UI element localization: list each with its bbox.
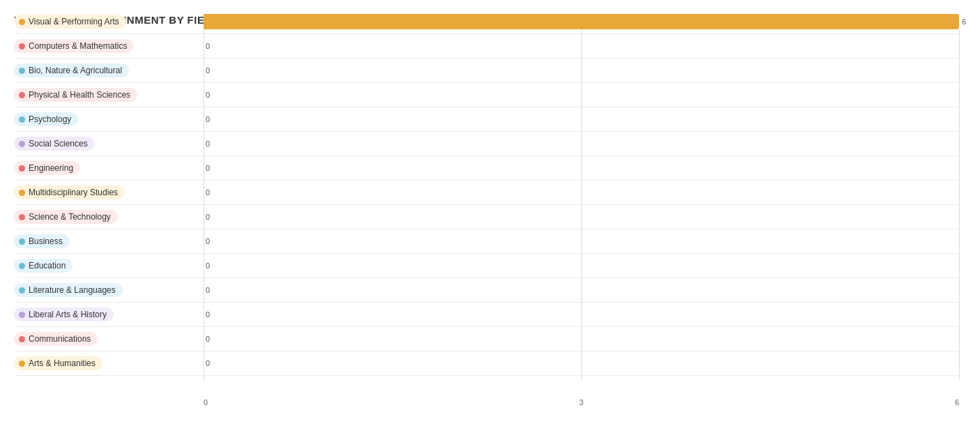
- bar-value-label: 0: [206, 310, 210, 319]
- label-pill: Communications: [14, 332, 98, 346]
- bar-section: 0: [204, 303, 959, 326]
- label-area: Business: [14, 229, 204, 253]
- bar-section: 0: [204, 34, 959, 58]
- label-area: Visual & Performing Arts: [14, 10, 204, 33]
- bar-row: Psychology0: [14, 107, 959, 132]
- bar-value-label: 0: [206, 139, 210, 148]
- x-axis-label: 3: [579, 398, 583, 407]
- label-area: Computers & Mathematics: [14, 34, 204, 58]
- bar-row: Science & Technology0: [14, 205, 959, 229]
- label-area: Bio, Nature & Agricultural: [14, 59, 204, 82]
- label-area: Liberal Arts & History: [14, 303, 204, 326]
- bar-fill: [204, 14, 959, 29]
- bar-value-label: 6: [962, 17, 966, 26]
- label-pill: Liberal Arts & History: [14, 308, 114, 321]
- bar-section: 0: [204, 107, 959, 131]
- bar-value-label: 0: [206, 164, 210, 172]
- bar-section: 0: [204, 181, 959, 204]
- label-area: Communications: [14, 327, 204, 351]
- label-area: Physical & Health Sciences: [14, 83, 204, 107]
- bar-section: 0: [204, 327, 959, 351]
- bar-section: 0: [204, 278, 959, 302]
- label-area: Social Sciences: [14, 132, 204, 155]
- label-text: Bio, Nature & Agricultural: [29, 66, 122, 75]
- bar-value-label: 0: [206, 335, 210, 343]
- label-dot: [19, 141, 25, 147]
- bar-row: Liberal Arts & History0: [14, 303, 959, 327]
- label-area: Education: [14, 254, 204, 278]
- label-pill: Psychology: [14, 112, 78, 126]
- bar-section: 0: [204, 254, 959, 278]
- label-text: Liberal Arts & History: [29, 310, 107, 319]
- label-text: Engineering: [29, 163, 73, 173]
- bar-section: 0: [204, 351, 959, 375]
- x-axis: 036: [14, 398, 959, 407]
- bar-row: Computers & Mathematics0: [14, 34, 959, 59]
- label-dot: [19, 214, 25, 220]
- label-pill: Literature & Languages: [14, 283, 123, 297]
- chart-container: EDUCATIONAL ATTAINMENT BY FIELD OF STUDY…: [0, 0, 980, 440]
- label-dot: [19, 263, 25, 269]
- bar-row: Literature & Languages0: [14, 278, 959, 303]
- bar-value-label: 0: [206, 261, 210, 270]
- label-pill: Arts & Humanities: [14, 356, 102, 370]
- label-text: Visual & Performing Arts: [29, 17, 119, 26]
- label-text: Science & Technology: [29, 212, 111, 222]
- bar-section: 0: [204, 156, 959, 180]
- label-pill: Engineering: [14, 161, 80, 175]
- label-pill: Science & Technology: [14, 210, 118, 224]
- bar-row: Bio, Nature & Agricultural0: [14, 59, 959, 83]
- label-text: Arts & Humanities: [29, 358, 95, 368]
- label-dot: [19, 116, 25, 123]
- label-area: Psychology: [14, 107, 204, 131]
- label-text: Literature & Languages: [29, 285, 116, 295]
- bar-row: Communications0: [14, 327, 959, 351]
- label-dot: [19, 238, 25, 245]
- bar-section: 0: [204, 229, 959, 253]
- label-area: Science & Technology: [14, 205, 204, 229]
- bar-section: 6: [204, 10, 959, 33]
- label-dot: [19, 312, 25, 318]
- x-axis-label: 0: [204, 398, 208, 407]
- label-pill: Visual & Performing Arts: [14, 15, 126, 29]
- label-pill: Computers & Mathematics: [14, 39, 134, 53]
- bar-value-label: 0: [206, 115, 210, 123]
- x-axis-label: 6: [955, 398, 959, 407]
- label-pill: Multidisciplinary Studies: [14, 185, 125, 199]
- bar-row: Visual & Performing Arts6: [14, 10, 959, 34]
- bar-row: Engineering0: [14, 156, 959, 181]
- label-dot: [19, 68, 25, 74]
- label-area: Multidisciplinary Studies: [14, 181, 204, 204]
- bar-value-label: 0: [206, 188, 210, 197]
- bar-row: Physical & Health Sciences0: [14, 83, 959, 107]
- label-dot: [19, 336, 25, 342]
- bar-value-label: 0: [206, 42, 210, 50]
- label-pill: Physical & Health Sciences: [14, 88, 137, 102]
- label-dot: [19, 43, 25, 50]
- label-pill: Business: [14, 234, 70, 248]
- label-area: Arts & Humanities: [14, 351, 204, 375]
- label-pill: Education: [14, 259, 72, 273]
- label-dot: [19, 92, 25, 98]
- bar-section: 0: [204, 132, 959, 155]
- label-pill: Social Sciences: [14, 137, 95, 151]
- label-text: Psychology: [29, 114, 71, 124]
- label-text: Multidisciplinary Studies: [29, 188, 118, 197]
- bar-value-label: 0: [206, 286, 210, 294]
- bar-value-label: 0: [206, 213, 210, 221]
- bar-value-label: 0: [206, 66, 210, 75]
- label-text: Physical & Health Sciences: [29, 90, 130, 100]
- bar-row: Arts & Humanities0: [14, 351, 959, 376]
- label-text: Business: [29, 236, 63, 246]
- label-dot: [19, 19, 25, 25]
- bar-row: Education0: [14, 254, 959, 278]
- label-text: Communications: [29, 334, 91, 344]
- chart-body: Visual & Performing Arts6Computers & Mat…: [14, 29, 959, 400]
- label-text: Social Sciences: [29, 139, 88, 149]
- label-dot: [19, 165, 25, 172]
- bar-value-label: 0: [206, 91, 210, 99]
- bar-row: Multidisciplinary Studies0: [14, 181, 959, 205]
- bar-value-label: 0: [206, 359, 210, 367]
- bar-section: 0: [204, 205, 959, 229]
- label-area: Engineering: [14, 156, 204, 180]
